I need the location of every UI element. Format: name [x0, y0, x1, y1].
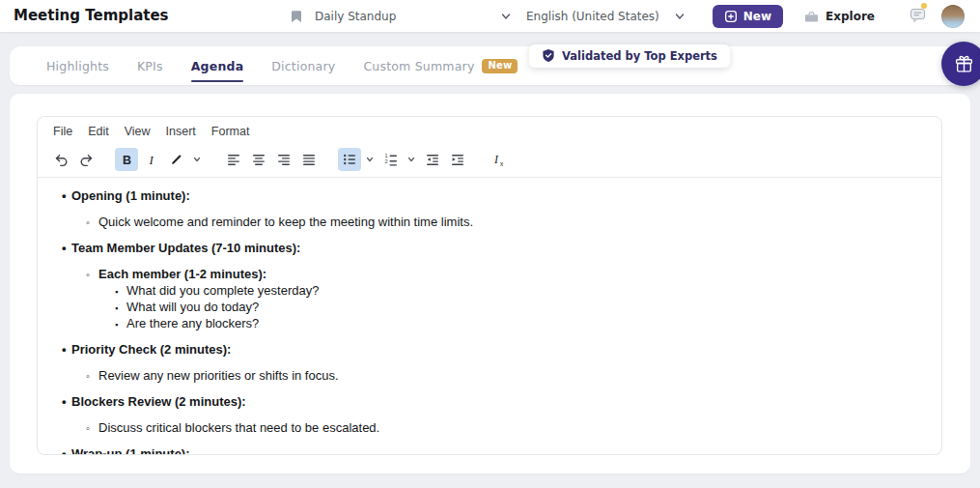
agenda-item: ▪What did you complete yesterday? [38, 283, 941, 299]
tab-label: Agenda [191, 59, 244, 73]
tab-label: KPIs [137, 59, 163, 73]
undo-button[interactable] [49, 148, 72, 171]
tab-label: Dictionary [271, 59, 335, 73]
agenda-item-text: What did you complete yesterday? [126, 283, 319, 298]
bullet-list-button[interactable] [338, 148, 361, 171]
agenda-item-text: Are there any blockers? [126, 316, 259, 330]
agenda-item-text: Discuss critical blockers that need to b… [98, 420, 379, 435]
agenda-item: ◦Review any new priorities or shifts in … [38, 368, 941, 384]
gift-icon [954, 54, 974, 74]
validated-badge-label: Validated by Top Experts [562, 49, 717, 63]
agenda-item-text: Blockers Review (2 minutes): [71, 394, 246, 409]
numbered-list-dropdown-chevron[interactable] [405, 148, 417, 171]
italic-icon: I [144, 152, 159, 167]
page: Meeting Templates Daily Standup English … [0, 0, 980, 488]
new-button[interactable]: New [713, 5, 783, 28]
align-right-button[interactable] [272, 148, 295, 171]
agenda-item: •Team Member Updates (7-10 minutes): [38, 241, 941, 256]
explore-button[interactable]: Explore [804, 10, 875, 23]
agenda-item-text: Opening (1 minute): [71, 188, 190, 203]
agenda-item-text: What will you do today? [126, 300, 259, 314]
briefcase-icon [804, 10, 819, 23]
agenda-item: •Wrap-up (1 minute): [38, 446, 941, 455]
svg-text:2: 2 [385, 158, 388, 164]
bullet-marker: ◦ [86, 420, 90, 436]
italic-button[interactable]: I [140, 148, 163, 171]
agenda-item: ◦Discuss critical blockers that need to … [38, 420, 941, 436]
bullet-list-icon [342, 152, 357, 167]
chevron-down-icon [192, 155, 202, 164]
align-right-icon [276, 152, 292, 167]
editor[interactable]: FileEditViewInsertFormat BI12Ix •Opening… [37, 116, 942, 455]
indent-button[interactable] [446, 148, 469, 171]
bullet-list-dropdown-chevron[interactable] [363, 148, 376, 171]
bullet-marker: ▪ [115, 301, 118, 316]
notification-dot [921, 3, 927, 9]
align-center-button[interactable] [247, 148, 270, 171]
numbered-list-button[interactable]: 12 [379, 148, 403, 171]
agenda-item-text: Team Member Updates (7-10 minutes): [71, 241, 300, 255]
menu-insert[interactable]: Insert [166, 125, 196, 142]
agenda-item-text: Priority Check (2 minutes): [71, 342, 231, 357]
agenda-item: ▪Are there any blockers? [38, 316, 941, 331]
chat-icon [910, 7, 927, 24]
agenda-item: ◦Quick welcome and reminder to keep the … [38, 215, 941, 230]
editor-menubar: FileEditViewInsertFormat [38, 117, 941, 142]
language-select[interactable]: English (United States) [526, 10, 686, 23]
highlight-icon [169, 152, 184, 167]
svg-text:B: B [123, 154, 131, 167]
tab-custom-summary[interactable]: Custom SummaryNew [363, 59, 518, 73]
content-card: FileEditViewInsertFormat BI12Ix •Opening… [10, 94, 970, 474]
chevron-down-icon [365, 155, 375, 164]
editor-toolbar: BI12Ix [38, 142, 941, 178]
template-select-value: Daily Standup [315, 10, 396, 23]
agenda-item-text: Quick welcome and reminder to keep the m… [98, 215, 473, 229]
tabs-bar: HighlightsKPIsAgendaDictionaryCustom Sum… [10, 46, 970, 85]
avatar[interactable] [941, 5, 965, 28]
svg-text:x: x [500, 160, 504, 167]
bullet-marker: • [62, 241, 67, 256]
gift-button[interactable] [941, 42, 980, 86]
redo-button[interactable] [74, 148, 98, 171]
agenda-item: ▪What will you do today? [38, 300, 941, 315]
agenda-item: •Opening (1 minute): [38, 188, 941, 204]
bullet-marker: • [62, 188, 67, 204]
menu-file[interactable]: File [53, 125, 72, 142]
menu-edit[interactable]: Edit [88, 125, 109, 142]
agenda-item-text: Review any new priorities or shifts in f… [98, 368, 339, 383]
highlight-dropdown-chevron[interactable] [190, 148, 203, 171]
bullet-marker: • [62, 342, 67, 358]
template-select[interactable]: Daily Standup [290, 9, 512, 24]
align-center-icon [251, 152, 266, 167]
undo-icon [53, 152, 70, 168]
bullet-marker: ◦ [86, 215, 90, 230]
toolbar-group: 12 [338, 148, 471, 171]
align-left-button[interactable] [222, 148, 245, 171]
outdent-button[interactable] [421, 148, 444, 171]
highlight-button[interactable] [165, 148, 188, 171]
bullet-marker: • [62, 394, 67, 410]
toolbar-group: Ix [487, 148, 512, 171]
shield-check-icon [542, 48, 555, 63]
editor-content[interactable]: •Opening (1 minute):◦Quick welcome and r… [38, 178, 941, 455]
justify-button[interactable] [297, 148, 321, 171]
header-controls: Daily Standup English (United States) [290, 0, 757, 32]
tab-dictionary[interactable]: Dictionary [271, 59, 335, 73]
tab-highlights[interactable]: Highlights [46, 59, 109, 73]
bullet-marker: ▪ [115, 284, 118, 300]
page-title: Meeting Templates [14, 7, 169, 24]
bold-button[interactable]: B [115, 148, 138, 171]
toolbar-group [49, 148, 99, 171]
tab-kpis[interactable]: KPIs [137, 59, 163, 73]
new-feature-badge: New [482, 59, 518, 73]
tab-agenda[interactable]: Agenda [191, 59, 244, 73]
notifications-button[interactable] [910, 7, 929, 26]
svg-text:I: I [149, 153, 154, 167]
menu-format[interactable]: Format [211, 125, 250, 142]
tabs: HighlightsKPIsAgendaDictionaryCustom Sum… [10, 46, 970, 85]
chevron-down-icon [674, 11, 686, 22]
agenda-item: •Blockers Review (2 minutes): [38, 394, 941, 410]
align-left-icon [226, 152, 241, 167]
menu-view[interactable]: View [125, 125, 151, 142]
clear-format-button[interactable]: Ix [487, 148, 510, 171]
